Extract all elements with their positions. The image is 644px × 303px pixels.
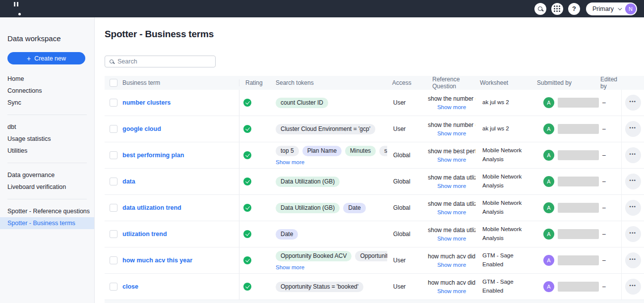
row-actions-button[interactable]: ••• — [625, 121, 641, 137]
tokens-show-more-link[interactable]: Show more — [276, 159, 304, 165]
table-row: closeOpportunity Status = 'booked'Userho… — [105, 274, 644, 300]
checkbox-cell — [105, 195, 122, 221]
sidebar-item-utilities[interactable]: Utilities — [0, 145, 94, 157]
business-term-link[interactable]: utlization trend — [122, 231, 167, 238]
search-token-pill: Opportunity Status = 'booked' — [276, 282, 363, 292]
search-input[interactable] — [117, 58, 211, 65]
search-token-pill: Date — [343, 203, 365, 213]
sidebar-item-sync[interactable]: Sync — [0, 97, 94, 109]
redacted-name — [558, 255, 599, 265]
reference-question: show the number of c — [428, 95, 475, 102]
token-pill-row: Opportunity Booked ACVOpportunity C — [276, 251, 387, 261]
create-new-button[interactable]: + Create new — [7, 52, 85, 64]
row-actions-button[interactable]: ••• — [625, 147, 641, 163]
reference-question: show me best perfor — [428, 148, 475, 155]
column-header-submitted-by: Submitted by — [532, 79, 600, 86]
reference-show-more-link[interactable]: Show more — [428, 236, 475, 242]
search-button[interactable] — [534, 3, 546, 15]
thoughtspot-logo[interactable] — [8, 2, 24, 16]
reference-show-more-link[interactable]: Show more — [428, 183, 475, 189]
edited-by-cell: – — [600, 195, 621, 221]
reference-show-more-link[interactable]: Show more — [428, 104, 475, 110]
reference-question: how much acv did w — [428, 253, 475, 260]
rating-cell — [239, 221, 270, 247]
sidebar-item-spotter-business-terms[interactable]: Spotter - Business terms — [0, 217, 94, 229]
reference-question-cell: show the number of cShow more — [428, 90, 475, 116]
checkbox-cell — [105, 247, 122, 273]
row-actions-button[interactable]: ••• — [625, 200, 641, 216]
row-checkbox[interactable] — [110, 125, 117, 133]
edited-by-cell: – — [600, 116, 621, 142]
business-term-link[interactable]: number clusters — [122, 99, 171, 106]
sidebar-item-liveboard-verification[interactable]: Liveboard verification — [0, 181, 94, 193]
business-term-link[interactable]: close — [122, 283, 138, 290]
search-tokens-cell: top 5Plan NameMinutessort bShow more — [270, 142, 387, 168]
verified-icon — [243, 99, 251, 107]
token-pill-row: Date — [276, 229, 298, 240]
rating-cell — [239, 116, 270, 142]
sidebar-item-connections[interactable]: Connections — [0, 85, 94, 97]
row-actions-button[interactable]: ••• — [625, 252, 641, 268]
org-switcher[interactable]: Primary N — [586, 2, 637, 15]
select-all-checkbox[interactable] — [110, 79, 117, 87]
sidebar-item-dbt[interactable]: dbt — [0, 121, 94, 133]
row-actions-button[interactable]: ••• — [625, 95, 641, 111]
tokens-show-more-link[interactable]: Show more — [276, 264, 304, 270]
row-checkbox[interactable] — [110, 151, 117, 159]
apps-button[interactable] — [551, 3, 563, 15]
help-button[interactable]: ? — [568, 3, 580, 15]
submitted-by-cell: A — [532, 195, 600, 221]
table-row: how much acv this yearOpportunity Booked… — [105, 247, 644, 274]
reference-question-cell: how much acv did wShow more — [428, 247, 475, 273]
user-avatar[interactable]: N — [625, 3, 636, 14]
column-header-search-tokens: Search tokens — [270, 79, 387, 86]
table-row: google cloudCluster Cloud Environment = … — [105, 116, 644, 142]
search-token-pill: Minutes — [345, 146, 376, 156]
row-actions-button[interactable]: ••• — [625, 279, 641, 295]
access-cell: Global — [387, 169, 428, 194]
reference-question: show me data utlizati — [428, 200, 475, 207]
row-checkbox[interactable] — [110, 178, 117, 185]
table-row: dataData Utilization (GB)Globalshow me d… — [105, 169, 644, 195]
business-terms-table: Business termRatingSearch tokensAccessRe… — [105, 76, 644, 300]
search-tokens-cell: Data Utilization (GB) — [270, 169, 387, 194]
row-checkbox[interactable] — [110, 283, 117, 291]
reference-show-more-link[interactable]: Show more — [428, 130, 475, 136]
row-checkbox[interactable] — [110, 256, 117, 264]
sidebar-item-spotter-reference-questions[interactable]: Spotter - Reference questions — [0, 205, 94, 217]
sidebar-item-usage-statistics[interactable]: Usage statistics — [0, 133, 94, 145]
redacted-name — [558, 124, 599, 134]
submitted-by-avatar: A — [543, 97, 554, 108]
reference-question-cell: show me data utlizatiShow more — [428, 195, 475, 221]
sidebar-item-data-governance[interactable]: Data governance — [0, 169, 94, 181]
access-cell: User — [387, 116, 428, 142]
business-term-cell: google cloud — [122, 116, 239, 142]
submitted-by-avatar: A — [543, 229, 554, 240]
table-row: utlization trendDateGlobalshow me data u… — [105, 221, 644, 247]
reference-show-more-link[interactable]: Show more — [428, 157, 475, 163]
row-actions-button[interactable]: ••• — [625, 174, 641, 189]
submitted-by-cell: A — [532, 274, 600, 300]
row-actions-button[interactable]: ••• — [625, 226, 641, 242]
row-checkbox[interactable] — [110, 99, 117, 107]
search-tokens-cell: Opportunity Booked ACVOpportunity CShow … — [270, 247, 387, 273]
checkbox-cell — [105, 142, 122, 168]
reference-show-more-link[interactable]: Show more — [428, 288, 475, 294]
rating-cell — [239, 247, 270, 273]
checkbox-cell — [105, 221, 122, 247]
reference-show-more-link[interactable]: Show more — [428, 262, 475, 268]
business-term-link[interactable]: data utlization trend — [122, 204, 181, 211]
search-tokens-cell: Date — [270, 221, 387, 247]
business-term-link[interactable]: best performing plan — [122, 152, 184, 159]
business-term-link[interactable]: data — [122, 178, 135, 185]
business-term-link[interactable]: how much acv this year — [122, 257, 192, 264]
search-box — [105, 56, 216, 67]
reference-show-more-link[interactable]: Show more — [428, 209, 475, 215]
business-term-link[interactable]: google cloud — [122, 125, 161, 132]
row-checkbox[interactable] — [110, 204, 117, 212]
submitted-by-avatar: A — [543, 123, 554, 134]
sidebar-item-home[interactable]: Home — [0, 73, 94, 85]
row-checkbox[interactable] — [110, 230, 117, 238]
column-header-access: Access — [387, 79, 428, 86]
page-title: Spotter - Business terms — [105, 29, 644, 40]
